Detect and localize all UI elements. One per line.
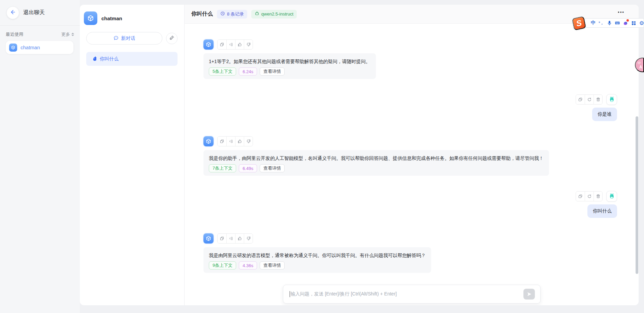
copy-icon xyxy=(578,97,583,102)
thumbs-down-button[interactable] xyxy=(244,137,253,146)
assistant-message-group: 1+1等于2。如果您还有其他问题或者需要帮助解答其他的疑问，请随时提问。 5条上… xyxy=(203,39,617,79)
ime-apps-button[interactable] xyxy=(630,19,637,27)
thumbs-up-button[interactable] xyxy=(235,40,244,49)
user-bubble: 你是谁 xyxy=(592,108,617,121)
assistant-toolbar xyxy=(217,39,253,50)
ime-settings-button[interactable]: ⚙ xyxy=(638,19,644,27)
thumbs-down-button[interactable] xyxy=(244,234,253,243)
user-row xyxy=(576,94,617,105)
speaker-icon xyxy=(229,42,233,47)
ime-mode-button[interactable]: 中 xyxy=(589,19,597,27)
recent-used-label: 最近使用 xyxy=(6,31,23,37)
thumbs-up-icon xyxy=(237,236,242,241)
copy-button[interactable] xyxy=(576,95,585,104)
sidebar-header: 退出聊天 xyxy=(0,0,80,26)
message-text: 我是由阿里云研发的语言模型，通常被称为通义千问。你可以叫我千问。有什么问题我可以… xyxy=(209,252,426,259)
scrollbar-thumb[interactable] xyxy=(636,116,638,274)
more-label: 更多 xyxy=(61,31,70,37)
copy-icon xyxy=(220,42,224,47)
read-aloud-button[interactable] xyxy=(226,234,235,243)
ime-ai-button[interactable] xyxy=(622,19,629,27)
assistant-row xyxy=(203,136,253,146)
ime-toolbar: 中 °， ⚙ xyxy=(584,18,644,28)
view-details-button[interactable]: 查看详情 xyxy=(260,67,285,76)
sidebar-item-chatman[interactable]: chatman xyxy=(6,41,73,54)
back-button[interactable] xyxy=(7,7,19,19)
chat-header: 你叫什么 8 条记录 qwen2.5-instruct ••• xyxy=(185,5,639,24)
chat-bubble-filled-icon xyxy=(91,56,96,62)
chat-title: 你叫什么 xyxy=(191,10,213,18)
chat-more-button[interactable]: ••• xyxy=(618,9,624,15)
speaker-icon xyxy=(229,236,233,241)
sort-arrows-icon xyxy=(71,33,74,36)
thumbs-up-button[interactable] xyxy=(235,137,244,146)
view-details-button[interactable]: 查看详情 xyxy=(260,261,285,269)
refresh-icon xyxy=(587,194,592,199)
latency-tag: 4.36s xyxy=(239,261,257,269)
model-badge[interactable]: qwen2.5-instruct xyxy=(251,10,297,19)
context-count-tag: 7条上下文 xyxy=(209,164,236,172)
records-badge[interactable]: 8 条记录 xyxy=(217,10,247,19)
copy-button[interactable] xyxy=(218,137,226,146)
arrow-left-icon xyxy=(10,9,16,16)
chat-area: 你叫什么 8 条记录 qwen2.5-instruct ••• xyxy=(185,5,639,305)
model-badge-label: qwen2.5-instruct xyxy=(261,11,293,17)
context-count-tag: 5条上下文 xyxy=(209,67,236,76)
copy-button[interactable] xyxy=(576,192,585,201)
main-card: chatman 新对话 你叫什么 你叫什么 xyxy=(80,5,639,305)
view-details-button[interactable]: 查看详情 xyxy=(260,164,285,172)
copy-icon xyxy=(220,139,224,144)
assistant-message-group: 我是由阿里云研发的语言模型，通常被称为通义千问。你可以叫我千问。有什么问题我可以… xyxy=(203,233,617,273)
assistant-toolbar xyxy=(217,233,253,244)
ime-mic-button[interactable] xyxy=(606,19,613,27)
ime-keyboard-button[interactable] xyxy=(614,19,621,27)
latency-tag: 6.49s xyxy=(239,164,257,172)
new-chat-button[interactable]: 新对话 xyxy=(86,32,162,45)
message-meta-row: 7条上下文 6.49s 查看详情 xyxy=(209,164,544,172)
message-list[interactable]: 1+1等于2。如果您还有其他问题或者需要帮助解答其他的疑问，请随时提问。 5条上… xyxy=(185,24,639,305)
user-toolbar xyxy=(576,191,603,201)
ime-punctuation-button[interactable]: °， xyxy=(598,19,605,27)
exit-chat-label: 退出聊天 xyxy=(23,9,45,16)
message-text: 1+1等于2。如果您还有其他问题或者需要帮助解答其他的疑问，请随时提问。 xyxy=(209,58,371,65)
delete-button[interactable] xyxy=(593,95,602,104)
thumbs-up-button[interactable] xyxy=(235,234,244,243)
delete-button[interactable] xyxy=(593,192,602,201)
more-button[interactable]: 更多 xyxy=(61,31,74,37)
user-bubble: 你叫什么 xyxy=(587,204,617,218)
copy-button[interactable] xyxy=(218,234,226,243)
notification-dot xyxy=(626,19,629,22)
microphone-icon xyxy=(607,21,612,26)
thumbs-down-button[interactable] xyxy=(244,40,253,49)
thumbs-down-icon xyxy=(246,236,251,241)
clear-history-button[interactable] xyxy=(166,33,178,44)
copy-button[interactable] xyxy=(218,40,226,49)
sidebar-item-label: chatman xyxy=(21,45,40,50)
grid-icon xyxy=(631,21,636,26)
message-meta-row: 9条上下文 4.36s 查看详情 xyxy=(209,261,426,269)
regenerate-button[interactable] xyxy=(585,95,593,104)
chatman-cube-icon xyxy=(9,44,17,52)
panel-actions: 新对话 xyxy=(86,32,184,45)
read-aloud-button[interactable] xyxy=(226,40,235,49)
regenerate-button[interactable] xyxy=(585,192,593,201)
app-name: chatman xyxy=(101,16,122,21)
message-input[interactable]: 输入问题，发送 [Enter]/换行 [Ctrl(Alt/Shift) + En… xyxy=(291,291,523,297)
assistant-row xyxy=(203,39,253,50)
assistant-avatar xyxy=(203,39,214,50)
translate-en-glyph: A xyxy=(639,65,642,69)
user-toolbar xyxy=(576,94,603,105)
assistant-bubble: 1+1等于2。如果您还有其他问题或者需要帮助解答其他的疑问，请随时提问。 5条上… xyxy=(203,53,376,79)
creature-avatar-icon xyxy=(608,96,615,103)
assistant-bubble: 我是由阿里云研发的语言模型，通常被称为通义千问。你可以叫我千问。有什么问题我可以… xyxy=(203,247,431,273)
trash-icon xyxy=(596,97,601,102)
conversation-panel: chatman 新对话 你叫什么 xyxy=(80,5,185,305)
read-aloud-button[interactable] xyxy=(226,137,235,146)
clock-icon xyxy=(220,11,225,17)
trash-icon xyxy=(596,194,601,199)
keyboard-icon xyxy=(615,20,620,26)
thumbs-down-icon xyxy=(246,42,251,47)
recent-row: 最近使用 更多 xyxy=(6,31,74,37)
conversation-item[interactable]: 你叫什么 xyxy=(86,52,178,66)
send-button[interactable] xyxy=(523,289,535,300)
